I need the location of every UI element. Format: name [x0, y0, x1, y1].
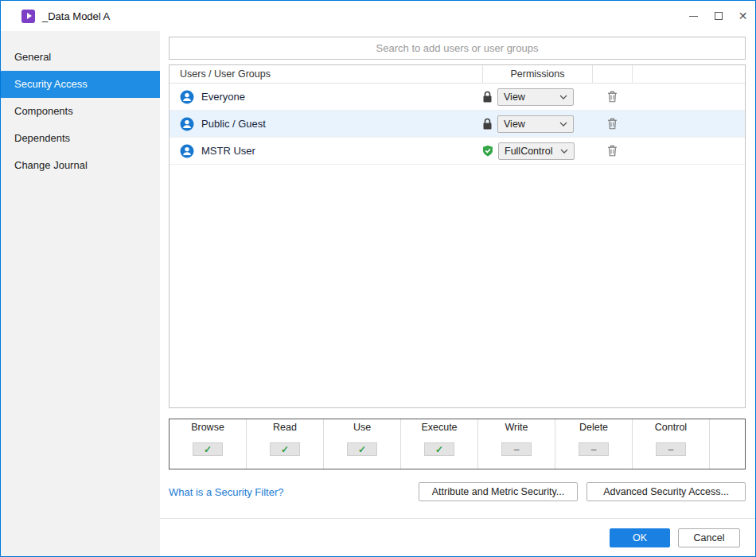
permission-toggle-read[interactable]: ✓ [270, 442, 300, 456]
sidebar-item-components[interactable]: Components [1, 98, 160, 125]
permission-toggle-delete[interactable]: – [579, 442, 609, 456]
lock-icon [482, 91, 493, 103]
user-name-cell: MSTR User [170, 144, 482, 158]
matrix-label: Read [273, 422, 297, 434]
matrix-column-delete: Delete – [555, 419, 633, 469]
shield-check-icon [482, 145, 493, 157]
matrix-label: Delete [579, 422, 608, 434]
users-table-header: Users / User Groups Permissions [170, 65, 745, 84]
sidebar-item-security-access[interactable]: Security Access [1, 71, 160, 98]
minimize-button[interactable] [681, 1, 706, 31]
column-header-extra [632, 65, 745, 83]
permission-value: FullControl [505, 146, 552, 157]
user-group-icon [180, 117, 194, 131]
column-header-users: Users / User Groups [170, 65, 482, 83]
main-panel: Users / User Groups Permissions Everyone [160, 31, 755, 556]
user-name-cell: Everyone [170, 90, 482, 104]
matrix-column-execute: Execute ✓ [401, 419, 478, 469]
permission-toggle-browse[interactable]: ✓ [193, 442, 223, 456]
delete-user-button[interactable] [606, 143, 619, 158]
user-name: MSTR User [201, 145, 255, 157]
matrix-column-empty [710, 419, 745, 469]
ok-button[interactable]: OK [610, 528, 670, 547]
advanced-security-access-button[interactable]: Advanced Security Access... [586, 482, 746, 501]
user-row-everyone[interactable]: Everyone View [170, 84, 745, 111]
matrix-column-read: Read ✓ [247, 419, 324, 469]
cancel-button[interactable]: Cancel [678, 528, 740, 547]
window-title: _Data Model A [42, 10, 110, 22]
trash-icon [607, 118, 618, 130]
user-row-mstr-user[interactable]: MSTR User FullControl [170, 138, 745, 165]
sidebar-item-dependents[interactable]: Dependents [1, 125, 160, 152]
dialog-actions: OK Cancel [169, 519, 746, 556]
matrix-column-browse: Browse ✓ [170, 419, 247, 469]
sidebar-item-change-journal[interactable]: Change Journal [1, 152, 160, 179]
matrix-label: Control [655, 422, 687, 434]
trash-icon [607, 145, 618, 157]
column-header-delete [592, 65, 632, 83]
lock-icon [482, 118, 493, 130]
window-controls: ✕ [681, 1, 755, 31]
app-icon [21, 10, 35, 23]
permission-value: View [504, 119, 525, 130]
security-filter-link[interactable]: What is a Security Filter? [169, 486, 284, 498]
delete-user-button[interactable] [606, 116, 619, 131]
delete-user-button[interactable] [606, 89, 619, 104]
user-row-public-guest[interactable]: Public / Guest View [170, 111, 745, 138]
permission-dropdown[interactable]: View [497, 88, 574, 106]
close-icon: ✕ [738, 10, 748, 21]
permissions-matrix: Browse ✓ Read ✓ Use ✓ Execute ✓ Write [169, 419, 746, 469]
permission-value: View [504, 92, 525, 103]
matrix-column-control: Control – [633, 419, 710, 469]
user-group-icon [180, 90, 194, 104]
user-name: Everyone [201, 91, 245, 103]
permission-toggle-write[interactable]: – [501, 442, 532, 456]
users-table: Users / User Groups Permissions Everyone [169, 64, 746, 408]
search-input[interactable] [169, 37, 746, 60]
maximize-icon [715, 12, 723, 20]
permission-toggle-execute[interactable]: ✓ [424, 442, 454, 456]
chevron-down-icon [559, 122, 567, 127]
user-name: Public / Guest [201, 118, 266, 130]
matrix-label: Browse [191, 422, 224, 434]
permission-dropdown[interactable]: View [497, 115, 574, 133]
minimize-icon [689, 16, 698, 17]
user-name-cell: Public / Guest [170, 117, 482, 131]
permission-toggle-use[interactable]: ✓ [347, 442, 377, 456]
footer-row: What is a Security Filter? Attribute and… [169, 482, 746, 501]
matrix-label: Write [505, 422, 528, 434]
dialog-window: _Data Model A ✕ General Security Access … [0, 0, 756, 557]
sidebar-item-general[interactable]: General [1, 44, 160, 71]
permission-dropdown[interactable]: FullControl [498, 142, 575, 160]
chevron-down-icon [560, 149, 568, 154]
titlebar: _Data Model A ✕ [1, 1, 755, 31]
trash-icon [607, 91, 618, 103]
permission-toggle-control[interactable]: – [656, 442, 686, 456]
attribute-metric-security-button[interactable]: Attribute and Metric Security... [419, 482, 578, 501]
column-header-permissions: Permissions [482, 65, 592, 83]
user-icon [180, 144, 194, 158]
chevron-down-icon [559, 95, 567, 99]
matrix-column-write: Write – [478, 419, 555, 469]
maximize-button[interactable] [706, 1, 731, 31]
close-button[interactable]: ✕ [731, 1, 755, 31]
matrix-label: Use [353, 422, 371, 434]
matrix-column-use: Use ✓ [324, 419, 401, 469]
sidebar: General Security Access Components Depen… [1, 31, 160, 556]
matrix-label: Execute [421, 422, 457, 434]
